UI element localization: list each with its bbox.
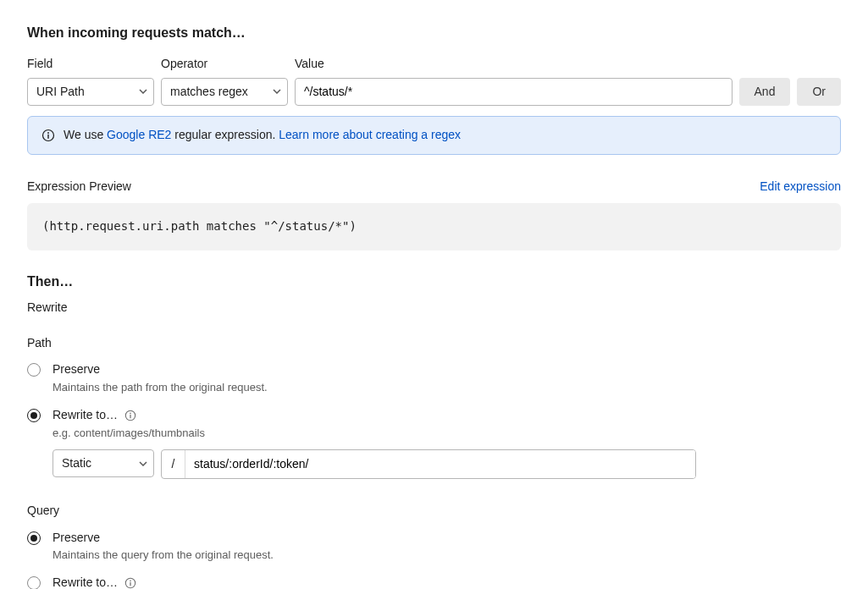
query-rewrite-label: Rewrite to… (53, 575, 118, 589)
banner-text: We use Google RE2 regular expression. Le… (64, 127, 461, 144)
query-preserve-label: Preserve (53, 530, 841, 547)
field-column: Field URI Path (27, 56, 154, 106)
path-preserve-desc: Maintains the path from the original req… (53, 380, 841, 395)
path-preserve-radio[interactable] (27, 363, 41, 377)
then-subtitle: Rewrite (27, 300, 841, 317)
query-rewrite-option: Rewrite to… e.g. page=1234 (27, 575, 841, 589)
operator-select-value: matches regex (170, 84, 248, 101)
edit-expression-link[interactable]: Edit expression (760, 179, 841, 195)
info-icon[interactable] (124, 577, 136, 589)
path-prefix: / (162, 450, 185, 478)
path-rewrite-option: Rewrite to… e.g. content/images/thumbnai… (27, 407, 841, 479)
svg-point-4 (130, 413, 131, 415)
expression-preview-code: (http.request.uri.path matches "^/status… (27, 203, 841, 250)
or-button[interactable]: Or (797, 78, 841, 106)
svg-rect-5 (130, 415, 130, 418)
regex-info-banner: We use Google RE2 regular expression. Le… (27, 116, 841, 155)
filter-row: Field URI Path Operator matches regex Va… (27, 56, 841, 106)
svg-point-7 (130, 581, 131, 582)
query-preserve-option: Preserve Maintains the query from the or… (27, 530, 841, 564)
then-section-title: Then… (27, 272, 841, 291)
svg-rect-2 (47, 135, 48, 139)
value-input[interactable] (295, 78, 733, 106)
field-label: Field (27, 56, 154, 73)
value-label: Value (295, 56, 733, 73)
info-icon (41, 129, 55, 142)
info-icon[interactable] (124, 410, 136, 421)
path-rewrite-label: Rewrite to… (53, 407, 118, 424)
google-re2-link[interactable]: Google RE2 (107, 128, 171, 141)
query-rewrite-radio[interactable] (27, 576, 41, 589)
when-section-title: When incoming requests match… (27, 24, 841, 42)
operator-label: Operator (161, 56, 288, 73)
rewrite-path-input-wrap: / (161, 449, 696, 479)
banner-prefix: We use (64, 128, 107, 141)
svg-point-1 (47, 132, 49, 134)
and-button[interactable]: And (739, 78, 791, 106)
rewrite-type-value: Static (62, 455, 91, 472)
path-rewrite-desc: e.g. content/images/thumbnails (53, 426, 841, 441)
path-preserve-label: Preserve (53, 361, 841, 378)
query-group-label: Query (27, 503, 841, 520)
query-preserve-desc: Maintains the query from the original re… (53, 548, 841, 563)
path-preserve-option: Preserve Maintains the path from the ori… (27, 361, 841, 395)
learn-more-regex-link[interactable]: Learn more about creating a regex (279, 128, 461, 141)
operator-column: Operator matches regex (161, 56, 288, 106)
operator-select[interactable]: matches regex (161, 78, 288, 106)
rewrite-type-select[interactable]: Static (53, 449, 154, 477)
expression-preview-label: Expression Preview (27, 179, 131, 195)
query-preserve-radio[interactable] (27, 531, 41, 545)
expression-header: Expression Preview Edit expression (27, 179, 841, 195)
banner-middle: regular expression. (171, 128, 279, 141)
path-group-label: Path (27, 335, 841, 352)
field-select-value: URI Path (36, 84, 85, 101)
rewrite-path-input[interactable] (185, 450, 695, 478)
field-select[interactable]: URI Path (27, 78, 154, 106)
rewrite-controls: Static / (53, 449, 696, 479)
path-rewrite-radio[interactable] (27, 409, 41, 422)
value-column: Value (295, 56, 733, 106)
svg-rect-8 (130, 582, 130, 586)
